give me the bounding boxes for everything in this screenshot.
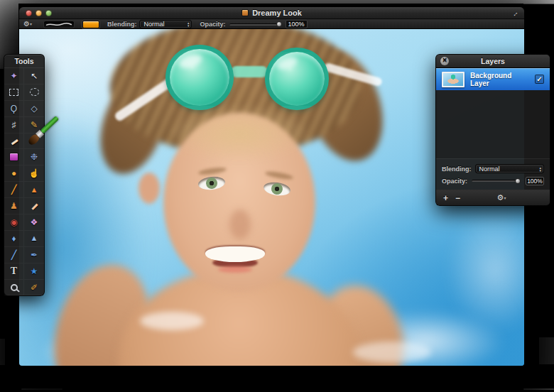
photo-goggles-bridge (231, 66, 268, 77)
layer-opacity-slider[interactable] (472, 180, 520, 182)
layer-opacity-slider-knob[interactable] (515, 178, 521, 184)
remove-layer-button[interactable]: − (455, 194, 460, 202)
opacity-label: Opacity: (200, 21, 225, 28)
layer-opacity-value-field[interactable]: 100% (526, 177, 544, 185)
title-area: Dreamy Look (19, 7, 524, 18)
tool-pencil[interactable]: ✎ (24, 117, 44, 134)
photo-girl-smile (205, 246, 265, 262)
title-bar[interactable]: Dreamy Look ↔ (19, 7, 524, 19)
page-artifact-right (539, 337, 554, 364)
layer-blending-dropdown[interactable]: Normal ▴▾ (475, 164, 545, 173)
blending-value: Normal (143, 21, 164, 28)
lasso-icon: Ϙ (11, 104, 17, 113)
photo-goggles-lens-right (265, 48, 329, 110)
eraser-icon: ▬ (9, 136, 19, 146)
opacity-slider-knob[interactable] (276, 21, 282, 27)
zoom-icon (11, 284, 18, 291)
burn-icon: ▲ (31, 186, 38, 194)
sponge-icon: ❉ (31, 153, 38, 161)
tool-options-gear-button[interactable]: ⚙▾ (23, 21, 32, 28)
close-panel-icon[interactable]: ✕ (440, 57, 449, 65)
tool-dust[interactable]: ╱ (4, 182, 24, 198)
add-layer-button[interactable]: + (443, 194, 448, 202)
tool-shape[interactable]: ★ (24, 263, 44, 280)
tool-lasso[interactable]: Ϙ (4, 101, 24, 117)
tool-rectangular-marquee[interactable] (4, 85, 24, 101)
tool-zoom[interactable] (4, 280, 24, 296)
chevron-down-icon: ▾ (504, 196, 506, 200)
window-title: Dreamy Look (252, 9, 302, 17)
tool-smudge[interactable]: ☝ (24, 165, 44, 182)
clone-stamp-icon: ♟ (10, 202, 18, 210)
layer-actions-gear-button[interactable]: ⚙▾ (497, 193, 506, 202)
tool-elliptical-marquee[interactable] (24, 85, 44, 101)
sharpen-icon: ▲ (31, 234, 38, 242)
tool-pen[interactable]: ✒ (24, 247, 44, 263)
tool-move[interactable]: ↖ (24, 68, 44, 85)
tool-type[interactable]: T (4, 263, 24, 280)
layer-visibility-checkbox[interactable]: ✓ (535, 75, 544, 84)
brush-stroke-preview[interactable] (43, 21, 75, 28)
tool-gradient[interactable]: ╱ (4, 247, 24, 263)
tool-polygonal-lasso[interactable]: ◇ (24, 101, 44, 117)
tool-eraser[interactable]: ▬ (4, 134, 24, 150)
heal-icon: ▬ (29, 201, 39, 211)
tool-crop[interactable]: ♯ (4, 117, 24, 134)
tool-soften[interactable]: ❖ (24, 214, 44, 231)
tool-burn[interactable]: ▲ (24, 182, 44, 198)
magic-wand-icon: ✦ (10, 72, 17, 80)
photo-girl-iris (205, 177, 218, 190)
elliptical-marquee-icon (30, 88, 39, 96)
close-window-button[interactable] (26, 10, 32, 16)
dust-icon: ╱ (11, 185, 16, 194)
foreground-color-swatch[interactable] (82, 21, 99, 28)
tool-brush[interactable] (24, 134, 44, 150)
smudge-icon: ☝ (29, 169, 40, 178)
zoom-window-button[interactable] (45, 10, 52, 16)
crop-icon: ♯ (12, 121, 16, 129)
brush-stroke-icon (44, 21, 74, 28)
layer-thumbnail (442, 72, 465, 87)
rectangular-marquee-icon (9, 89, 18, 96)
photo-girl-hairline (170, 106, 309, 161)
photo-girl-ear (138, 173, 160, 204)
layers-panel-header[interactable]: ✕ Layers (436, 55, 550, 68)
page-bottom-line-left (21, 388, 63, 390)
pencil-icon: ✎ (31, 121, 38, 129)
tool-clone-stamp[interactable]: ♟ (4, 198, 24, 214)
chevron-down-icon: ▾ (30, 22, 32, 26)
tool-magic-wand[interactable]: ✦ (4, 68, 24, 85)
paint-bucket-icon: ● (11, 169, 16, 178)
gear-icon: ⚙ (23, 20, 30, 28)
document-proxy-icon (241, 9, 249, 16)
blending-dropdown[interactable]: Normal ▴▾ (139, 20, 192, 28)
tools-grid: ✦↖Ϙ◇♯✎▬❉●☝╱▲♟▬◉❖♦▲╱✒T★✐ (4, 68, 44, 295)
toolbar: ⚙▾ Blending: Normal ▴▾ Opacity: 100% (19, 19, 524, 29)
eyedropper-icon: ✐ (31, 283, 38, 292)
tool-red-eye[interactable]: ◉ (4, 214, 24, 231)
blending-label: Blending: (107, 21, 137, 28)
tool-eyedropper[interactable]: ✐ (24, 280, 44, 296)
stepper-icon: ▴▾ (539, 166, 541, 172)
photo-girl-iris (271, 183, 283, 195)
tool-heal[interactable]: ▬ (24, 198, 44, 214)
photo-splash (140, 312, 204, 330)
layer-row-background-layer[interactable]: Background Layer ✓ (436, 68, 550, 90)
expand-fullscreen-icon[interactable]: ↔ (509, 8, 521, 20)
minimize-window-button[interactable] (36, 10, 42, 16)
photo-splash (353, 342, 431, 363)
tool-sharpen[interactable]: ▲ (24, 231, 44, 247)
tools-palette: Tools ✦↖Ϙ◇♯✎▬❉●☝╱▲♟▬◉❖♦▲╱✒T★✐ (4, 54, 45, 296)
blur-icon: ♦ (11, 234, 16, 243)
page-artifact-left (0, 339, 5, 365)
tool-color-swatch[interactable] (4, 149, 24, 165)
layer-opacity-label: Opacity: (442, 178, 467, 185)
tool-blur[interactable]: ♦ (4, 231, 24, 247)
layers-list-empty-area[interactable] (436, 90, 550, 158)
tool-paint-bucket[interactable]: ● (4, 165, 24, 182)
tool-sponge[interactable]: ❉ (24, 149, 44, 165)
layer-controls: Blending: Normal ▴▾ Opacity: 100% (436, 158, 550, 190)
polygonal-lasso-icon: ◇ (31, 104, 37, 113)
opacity-value-field[interactable]: 100% (286, 20, 308, 28)
opacity-slider[interactable] (229, 23, 281, 26)
